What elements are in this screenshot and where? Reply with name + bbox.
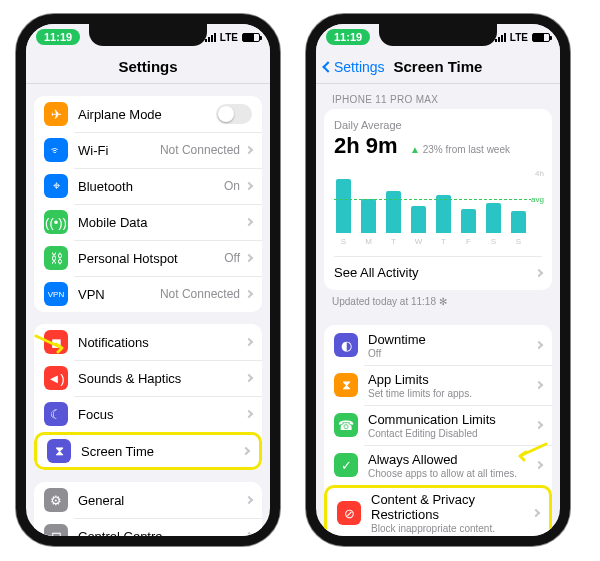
back-button[interactable]: Settings <box>324 59 385 75</box>
usage-card: Daily Average 2h 9m ▲ 23% from last week… <box>324 109 552 290</box>
settings-row-notifications[interactable]: ◼Notifications <box>34 324 262 360</box>
status-indicators: LTE <box>495 32 550 43</box>
row-label: Content & Privacy Restrictions <box>371 492 533 522</box>
chevron-right-icon <box>245 290 253 298</box>
chevron-left-icon <box>322 61 333 72</box>
device-header: IPHONE 11 PRO MAX <box>316 84 560 109</box>
settings-row-focus[interactable]: ☾Focus <box>34 396 262 432</box>
trend-up-icon: ▲ <box>410 144 420 155</box>
chevron-right-icon <box>535 421 543 429</box>
row-label: Communication Limits <box>368 412 536 427</box>
phone-right: 11:19 LTE Settings Screen Time IPHONE 11… <box>306 14 570 546</box>
settings-row-control-centre[interactable]: ⊟Control Centre <box>34 518 262 536</box>
settings-group: ◼Notifications◄)Sounds & Haptics☾Focus⧗S… <box>34 324 262 470</box>
daily-average-label: Daily Average <box>334 119 542 131</box>
chart-x-tick: T <box>386 237 401 246</box>
settings-row-wi-fi[interactable]: ᯤWi-FiNot Connected <box>34 132 262 168</box>
chart-x-tick: M <box>361 237 376 246</box>
trend-label: ▲ 23% from last week <box>410 144 510 155</box>
speaker-icon: ◄) <box>44 366 68 390</box>
chart-bar <box>461 209 476 233</box>
chevron-right-icon <box>535 268 543 276</box>
row-label: Notifications <box>78 335 246 350</box>
row-label: VPN <box>78 287 160 302</box>
vpn-icon: VPN <box>44 282 68 306</box>
screentime-row-app-limits[interactable]: ⧗App LimitsSet time limits for apps. <box>324 365 552 405</box>
chevron-right-icon <box>245 374 253 382</box>
chevron-right-icon <box>245 532 253 536</box>
row-sublabel: Contact Editing Disabled <box>368 428 536 439</box>
chevron-right-icon <box>245 410 253 418</box>
chevron-right-icon <box>245 338 253 346</box>
link-icon: ⛓ <box>44 246 68 270</box>
chart-x-tick: S <box>511 237 526 246</box>
battery-icon <box>242 33 260 42</box>
screentime-row-downtime[interactable]: ◐DowntimeOff <box>324 325 552 365</box>
row-sublabel: Block inappropriate content. <box>371 523 533 534</box>
toggle-switch[interactable] <box>216 104 252 124</box>
chevron-right-icon <box>245 218 253 226</box>
chevron-right-icon <box>532 509 540 517</box>
chevron-right-icon <box>245 182 253 190</box>
screentime-row-communication-limits[interactable]: ☎Communication LimitsContact Editing Dis… <box>324 405 552 445</box>
chevron-right-icon <box>535 341 543 349</box>
row-label: Bluetooth <box>78 179 224 194</box>
status-time: 11:19 <box>326 29 370 45</box>
screentime-row-always-allowed[interactable]: ✓Always AllowedChoose apps to allow at a… <box>324 445 552 485</box>
nav-bar: Settings <box>26 50 270 84</box>
page-title: Screen Time <box>394 58 483 75</box>
chart-avg-label: avg <box>531 194 544 203</box>
row-sublabel: Set time limits for apps. <box>368 388 536 399</box>
chevron-right-icon <box>245 496 253 504</box>
page-title: Settings <box>118 58 177 75</box>
chevron-right-icon <box>245 254 253 262</box>
settings-row-vpn[interactable]: VPNVPNNot Connected <box>34 276 262 312</box>
settings-row-general[interactable]: ⚙General <box>34 482 262 518</box>
chart-x-tick: F <box>461 237 476 246</box>
screen-time-content[interactable]: IPHONE 11 PRO MAX Daily Average 2h 9m ▲ … <box>316 84 560 536</box>
hourglass-icon: ⧗ <box>47 439 71 463</box>
settings-list[interactable]: ✈Airplane ModeᯤWi-FiNot Connected⌖Blueto… <box>26 84 270 536</box>
see-all-activity-row[interactable]: See All Activity <box>334 256 542 280</box>
row-label: Control Centre <box>78 529 246 537</box>
settings-group: ⚙General⊟Control CentreAADisplay & Brigh… <box>34 482 262 536</box>
chart-bar <box>436 195 451 233</box>
comm-icon: ☎ <box>334 413 358 437</box>
screentime-row-content-privacy-restrictions[interactable]: ⊘Content & Privacy RestrictionsBlock ina… <box>324 485 552 536</box>
chart-tick-4h: 4h <box>535 169 544 178</box>
phone-left: 11:19 LTE Settings ✈Airplane ModeᯤWi-FiN… <box>16 14 280 546</box>
nav-bar: Settings Screen Time <box>316 50 560 84</box>
chart-bar <box>511 211 526 233</box>
settings-row-screen-time[interactable]: ⧗Screen Time <box>34 432 262 470</box>
wifi-icon: ᯤ <box>44 138 68 162</box>
back-label: Settings <box>334 59 385 75</box>
chart-x-tick: W <box>411 237 426 246</box>
antenna-icon: ((•)) <box>44 210 68 234</box>
settings-row-bluetooth[interactable]: ⌖BluetoothOn <box>34 168 262 204</box>
bell-icon: ◼ <box>44 330 68 354</box>
row-label: General <box>78 493 246 508</box>
row-value: Off <box>224 251 240 265</box>
row-label: Downtime <box>368 332 536 347</box>
settings-row-mobile-data[interactable]: ((•))Mobile Data <box>34 204 262 240</box>
settings-row-sounds-haptics[interactable]: ◄)Sounds & Haptics <box>34 360 262 396</box>
chart-bar <box>411 206 426 233</box>
chart-bar <box>486 203 501 233</box>
chart-bar <box>336 179 351 233</box>
usage-bar-chart: 4h avg <box>334 169 542 233</box>
chevron-right-icon <box>535 381 543 389</box>
status-indicators: LTE <box>205 32 260 43</box>
settings-row-personal-hotspot[interactable]: ⛓Personal HotspotOff <box>34 240 262 276</box>
notch <box>379 24 497 46</box>
settings-group: ✈Airplane ModeᯤWi-FiNot Connected⌖Blueto… <box>34 96 262 312</box>
nosign-icon: ⊘ <box>337 501 361 525</box>
row-label: Sounds & Haptics <box>78 371 246 386</box>
row-label: Screen Time <box>81 444 243 459</box>
row-label: App Limits <box>368 372 536 387</box>
row-label: Mobile Data <box>78 215 246 230</box>
moon-icon: ☾ <box>44 402 68 426</box>
chevron-right-icon <box>535 461 543 469</box>
network-label: LTE <box>220 32 238 43</box>
settings-row-airplane-mode[interactable]: ✈Airplane Mode <box>34 96 262 132</box>
applimits-icon: ⧗ <box>334 373 358 397</box>
